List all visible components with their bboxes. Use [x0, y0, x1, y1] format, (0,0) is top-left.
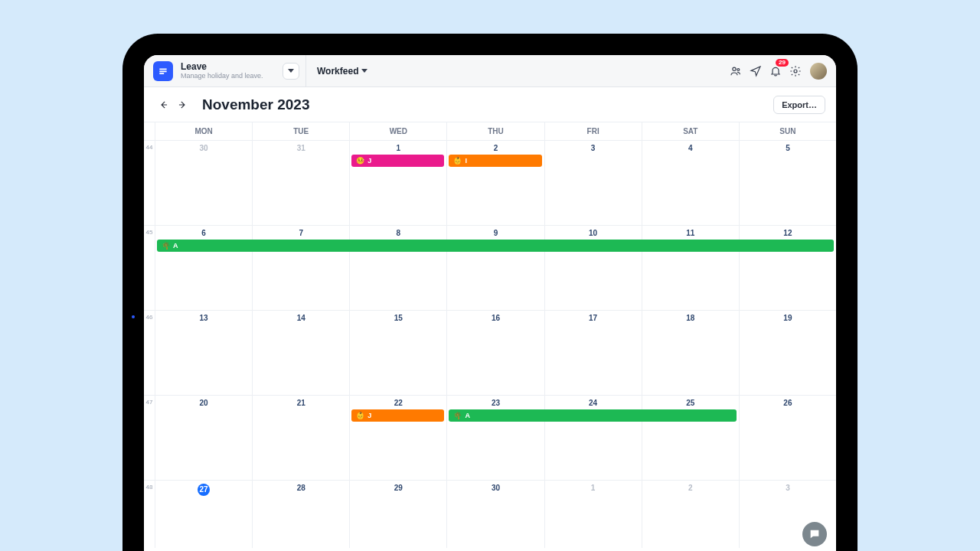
bell-icon — [769, 65, 782, 77]
day-cell[interactable]: 25 — [642, 396, 739, 480]
day-number: 23 — [447, 399, 544, 407]
gear-icon — [789, 65, 802, 77]
dow-header: WED — [349, 122, 446, 140]
day-cell[interactable]: 23 — [446, 396, 544, 480]
event-label: A — [465, 412, 470, 419]
day-cell[interactable]: 29 — [349, 481, 446, 548]
day-number: 26 — [740, 399, 836, 407]
day-number: 12 — [740, 229, 836, 237]
day-cell[interactable]: 28 — [252, 481, 349, 548]
module-switcher-region: Leave Manage holiday and leave. — [153, 55, 306, 86]
day-cell[interactable]: 21 — [252, 396, 349, 480]
leave-event[interactable]: 🤒J — [351, 155, 444, 167]
day-cell[interactable]: 15 — [349, 311, 446, 395]
day-cell[interactable]: 31 — [252, 141, 349, 225]
day-number: 18 — [642, 314, 739, 322]
day-number: 9 — [447, 229, 544, 237]
day-number: 21 — [253, 399, 349, 407]
notifications-button[interactable]: 29 — [766, 61, 786, 81]
dow-header: THU — [446, 122, 544, 140]
settings-button[interactable] — [786, 61, 805, 81]
day-number: 17 — [545, 314, 642, 322]
day-cell[interactable]: 1 — [349, 141, 446, 225]
calendar-header: November 2023 Export… — [144, 87, 836, 122]
module-switcher-button[interactable] — [283, 63, 299, 80]
send-button[interactable] — [746, 61, 766, 81]
day-cell[interactable]: 10 — [544, 226, 642, 310]
day-cell[interactable]: 5 — [739, 141, 836, 225]
event-label: J — [368, 412, 371, 419]
day-cell[interactable]: 1 — [544, 481, 642, 548]
day-number: 11 — [642, 229, 739, 237]
day-cell[interactable]: 12 — [739, 226, 836, 310]
dow-header: SAT — [642, 122, 739, 140]
day-cell[interactable]: 11 — [642, 226, 739, 310]
workspace-dropdown[interactable]: Workfeed — [306, 66, 378, 77]
device-indicator-dot — [132, 315, 135, 318]
day-cell[interactable]: 27 — [155, 481, 252, 548]
day-number: 8 — [350, 229, 446, 237]
day-cell[interactable]: 18 — [642, 311, 739, 395]
svg-point-2 — [794, 70, 797, 73]
prev-month-button[interactable] — [155, 96, 173, 114]
day-cell[interactable]: 4 — [642, 141, 739, 225]
day-number: 1 — [545, 484, 642, 492]
day-number: 3 — [545, 144, 642, 152]
leave-event[interactable]: 👶I — [449, 155, 541, 167]
day-cell[interactable]: 2 — [446, 141, 544, 225]
leave-event[interactable]: 🌴A — [449, 409, 736, 422]
day-cell[interactable]: 17 — [544, 311, 642, 395]
export-button[interactable]: Export… — [773, 96, 825, 114]
week-row: 456789101112🌴A — [144, 226, 836, 311]
day-number: 7 — [253, 229, 349, 237]
day-cell[interactable]: 8 — [349, 226, 446, 310]
day-cell[interactable]: 30 — [446, 481, 544, 548]
week-number: 45 — [144, 226, 155, 310]
event-emoji-icon: 🤒 — [356, 157, 364, 165]
arrow-right-icon — [177, 99, 188, 110]
day-number: 13 — [155, 314, 252, 322]
paper-plane-icon — [750, 65, 762, 77]
day-number: 14 — [253, 314, 349, 322]
day-number: 20 — [155, 399, 252, 407]
day-cell[interactable]: 3 — [544, 141, 642, 225]
event-emoji-icon: 🌴 — [162, 242, 170, 249]
day-cell[interactable]: 16 — [446, 311, 544, 395]
day-cell[interactable]: 24 — [544, 396, 642, 480]
month-title: November 2023 — [202, 96, 309, 113]
day-cell[interactable]: 2 — [642, 481, 739, 548]
day-cell[interactable]: 14 — [252, 311, 349, 395]
day-number: 16 — [447, 314, 544, 322]
day-cell[interactable]: 30 — [155, 141, 252, 225]
chat-icon — [808, 528, 821, 540]
dow-header: FRI — [544, 122, 642, 140]
day-cell[interactable]: 22 — [349, 396, 446, 480]
day-cell[interactable]: 9 — [446, 226, 544, 310]
chat-fab[interactable] — [802, 522, 827, 546]
workspace-name: Workfeed — [317, 66, 358, 77]
day-number: 28 — [253, 484, 349, 492]
leave-event[interactable]: 🌴A — [157, 240, 834, 252]
event-emoji-icon: 👶 — [356, 412, 364, 419]
day-cell[interactable]: 7 — [252, 226, 349, 310]
week-row: 44303112345🤒J👶I — [144, 141, 836, 226]
day-cell[interactable]: 13 — [155, 311, 252, 395]
next-month-button[interactable] — [173, 96, 191, 114]
day-number: 29 — [350, 484, 446, 492]
day-cell[interactable]: 19 — [739, 311, 836, 395]
day-of-week-row: MONTUEWEDTHUFRISATSUN — [144, 122, 836, 141]
day-number: 19 — [740, 314, 836, 322]
people-button[interactable] — [726, 61, 746, 81]
day-cell[interactable]: 26 — [739, 396, 836, 480]
day-number: 25 — [642, 399, 739, 407]
calendar-grid: MONTUEWEDTHUFRISATSUN 44303112345🤒J👶I456… — [144, 122, 836, 548]
day-cell[interactable]: 6 — [155, 226, 252, 310]
caret-down-icon — [288, 69, 294, 73]
dow-header: MON — [155, 122, 252, 140]
avatar[interactable] — [810, 63, 827, 80]
week-number: 44 — [144, 141, 155, 225]
day-cell[interactable]: 20 — [155, 396, 252, 480]
event-emoji-icon: 👶 — [453, 157, 462, 165]
leave-event[interactable]: 👶J — [351, 409, 444, 422]
week-number: 48 — [144, 481, 155, 548]
